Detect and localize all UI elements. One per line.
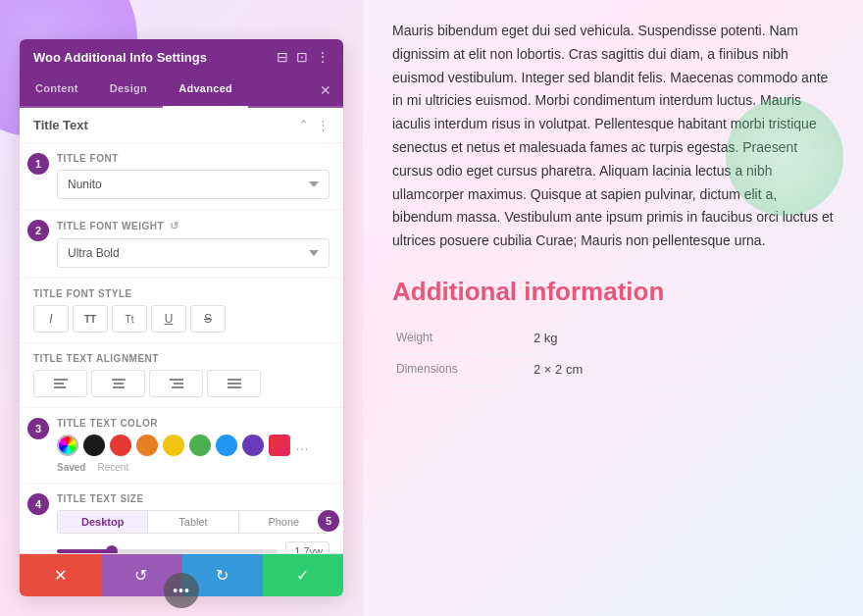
color-gradient-swatch[interactable] [269, 435, 290, 456]
reset-icon[interactable]: ↺ [170, 220, 179, 232]
info-table: Weight 2 kg Dimensions 2 × 2 cm [392, 323, 834, 385]
svg-rect-4 [114, 383, 124, 385]
svg-rect-6 [170, 379, 183, 381]
title-font-style-field: Title Font Style I TT Tt U S [20, 279, 343, 343]
color-red-swatch[interactable] [110, 435, 131, 456]
step-number-4: 4 [27, 493, 49, 515]
more-icon[interactable]: ⋮ [316, 49, 330, 65]
svg-rect-1 [54, 383, 64, 385]
color-green-swatch[interactable] [189, 435, 211, 456]
main-container: Woo Additional Info Settings ⊟ ⊡ ⋮ Conte… [0, 0, 863, 616]
color-saved-recent: Saved Recent [57, 462, 330, 473]
strikethrough-button[interactable]: S [190, 305, 226, 333]
title-text-alignment-field: Title Text Alignment [20, 343, 343, 408]
tab-design[interactable]: Design [94, 75, 163, 108]
color-orange-swatch[interactable] [136, 435, 158, 456]
align-right-button[interactable] [149, 370, 203, 397]
weight-label: Weight [392, 323, 530, 354]
align-buttons [33, 370, 330, 397]
cancel-icon: ✕ [54, 566, 67, 585]
right-panel: Mauris bibendum eget dui sed vehicula. S… [363, 0, 863, 616]
dimensions-value: 2 × 2 cm [530, 353, 834, 385]
size-slider-value: 1.7vw [285, 541, 330, 553]
section-icons: ⌃ ⋮ [298, 118, 330, 132]
section-settings-icon[interactable]: ⋮ [317, 118, 330, 132]
step-number-5: 5 [318, 510, 339, 532]
table-row: Weight 2 kg [392, 323, 834, 354]
title-font-weight-select[interactable]: Ultra Bold Bold Normal [57, 238, 330, 268]
svg-rect-2 [54, 386, 66, 388]
title-font-style-label: Title Font Style [33, 288, 330, 299]
underline-button[interactable]: U [151, 305, 186, 333]
size-slider-row: 1.7vw [57, 541, 330, 553]
title-font-weight-field: Title Font Weight ↺ Ultra Bold Bold Norm… [20, 210, 343, 279]
tab-content[interactable]: Content [20, 75, 94, 108]
title-font-label: Title Font [57, 153, 330, 164]
settings-panel: Woo Additional Info Settings ⊟ ⊡ ⋮ Conte… [20, 39, 343, 596]
section-header: Title Text ⌃ ⋮ [20, 108, 343, 143]
tt-button[interactable]: Tt [112, 305, 147, 333]
weight-value: 2 kg [530, 323, 834, 354]
floating-dots-button[interactable]: ••• [164, 573, 199, 608]
color-purple-swatch[interactable] [242, 435, 264, 456]
step3-region: 3 Title Text Color [20, 408, 343, 484]
align-center-button[interactable] [91, 370, 145, 397]
align-justify-button[interactable] [207, 370, 261, 397]
title-font-weight-label: Title Font Weight ↺ [57, 220, 330, 232]
panel-title: Woo Additional Info Settings [33, 50, 207, 65]
color-picker-swatch[interactable] [57, 435, 78, 456]
color-swatches: … [57, 435, 330, 456]
svg-rect-0 [54, 379, 68, 381]
device-tab-tablet[interactable]: Tablet [148, 511, 238, 533]
size-slider-track[interactable] [57, 549, 278, 553]
step-number-3: 3 [27, 418, 49, 439]
tabs-bar: Content Design Advanced ✕ [20, 75, 343, 108]
title-font-select[interactable]: Nunito Roboto Open Sans [57, 170, 330, 199]
color-yellow-swatch[interactable] [163, 435, 184, 456]
title-text-size-field: Title Text Size 5 Desktop Tablet Phone [20, 484, 343, 553]
svg-rect-8 [172, 386, 183, 388]
device-tabs: Desktop Tablet Phone [57, 510, 330, 534]
device-tab-desktop[interactable]: Desktop [58, 511, 148, 533]
device-tabs-wrapper: 5 Desktop Tablet Phone [57, 510, 330, 534]
step4-region: 4 Title Text Size 5 Desktop Tablet Phone [20, 484, 343, 553]
svg-rect-7 [174, 383, 183, 385]
tab-close-button[interactable]: ✕ [308, 75, 343, 106]
svg-rect-11 [228, 386, 241, 388]
step-number-2: 2 [27, 220, 49, 241]
dimensions-label: Dimensions [392, 353, 530, 385]
reset-icon: ↺ [134, 566, 147, 585]
italic-button[interactable]: I [33, 305, 69, 333]
color-blue-swatch[interactable] [216, 435, 237, 456]
title-text-alignment-label: Title Text Alignment [33, 353, 330, 364]
section-expand-icon[interactable]: ⌃ [298, 118, 309, 132]
left-panel: Woo Additional Info Settings ⊟ ⊡ ⋮ Conte… [0, 0, 363, 616]
confirm-button[interactable]: ✓ [263, 554, 344, 596]
title-text-size-label: Title Text Size [57, 493, 330, 504]
redo-icon: ↻ [216, 566, 228, 585]
color-black-swatch[interactable] [83, 435, 105, 456]
panel-header-icons: ⊟ ⊡ ⋮ [277, 49, 330, 65]
bold-tt-button[interactable]: TT [73, 305, 108, 333]
style-buttons: I TT Tt U S [33, 305, 330, 333]
align-left-button[interactable] [33, 370, 87, 397]
color-dots: … [295, 437, 310, 453]
svg-rect-9 [228, 379, 241, 381]
expand-icon[interactable]: ⊡ [296, 49, 308, 65]
size-slider-thumb[interactable] [106, 545, 118, 553]
cancel-button[interactable]: ✕ [20, 554, 101, 596]
step2-region: 2 Title Font Weight ↺ Ultra Bold Bold No… [20, 210, 343, 279]
svg-rect-3 [112, 379, 126, 381]
tab-advanced[interactable]: Advanced [163, 75, 248, 108]
device-tab-phone[interactable]: Phone [239, 511, 329, 533]
svg-rect-5 [113, 386, 125, 388]
svg-rect-10 [228, 383, 241, 385]
title-font-field: Title Font Nunito Roboto Open Sans [20, 143, 343, 210]
panel-content: Title Text ⌃ ⋮ 1 Title Font Nunito Robot… [20, 108, 343, 553]
minimize-icon[interactable]: ⊟ [277, 49, 288, 65]
step1-region: 1 Title Font Nunito Roboto Open Sans [20, 143, 343, 210]
panel-header: Woo Additional Info Settings ⊟ ⊡ ⋮ [20, 39, 343, 75]
color-recent-label: Recent [97, 462, 128, 473]
size-slider-fill [57, 549, 112, 553]
color-saved-label: Saved [57, 462, 85, 473]
